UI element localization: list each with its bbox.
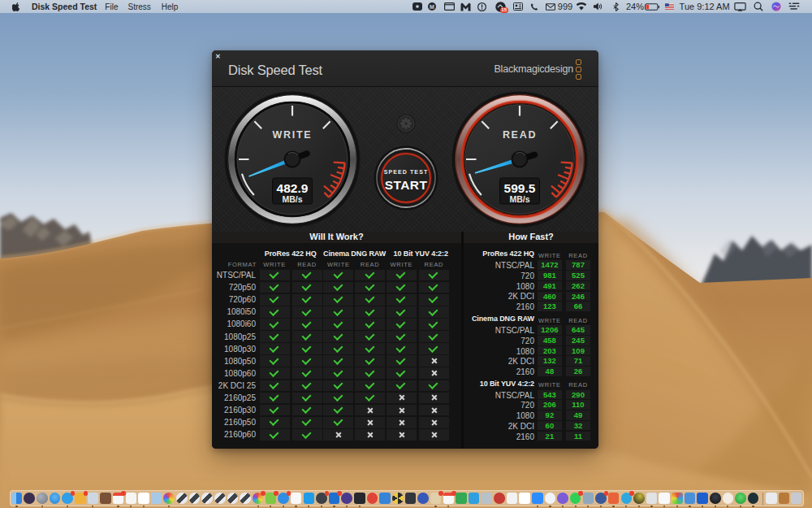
svg-text:WRITE: WRITE (273, 129, 313, 141)
svg-text:START: START (385, 178, 428, 192)
svg-text:SPEED TEST: SPEED TEST (384, 169, 429, 175)
svg-text:READ: READ (503, 129, 537, 141)
svg-text:482.9: 482.9 (277, 181, 309, 195)
svg-text:MB/s: MB/s (509, 194, 529, 204)
svg-text:599.5: 599.5 (504, 181, 536, 195)
svg-text:M: M (430, 4, 434, 10)
svg-text:MB/s: MB/s (282, 194, 302, 204)
